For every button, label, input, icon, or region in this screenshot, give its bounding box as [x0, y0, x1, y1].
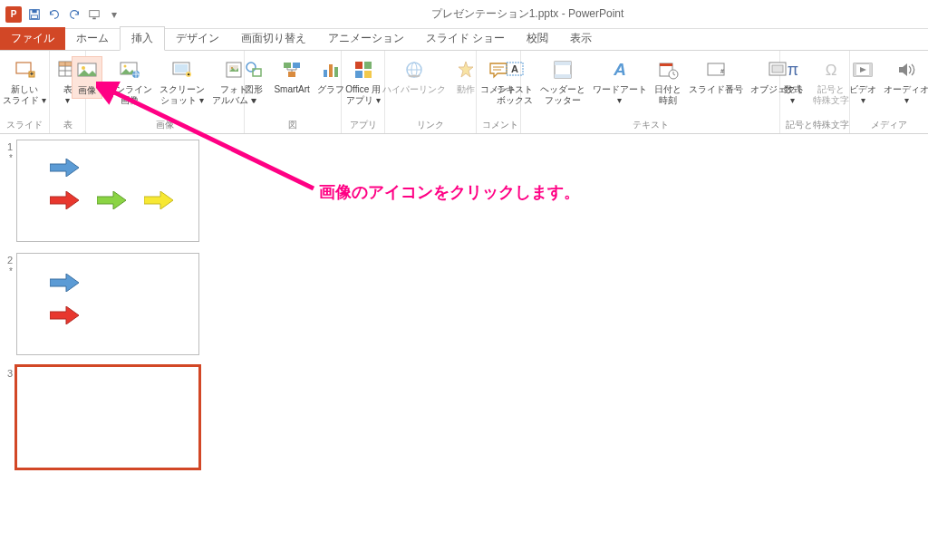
- slide-number-label: スライド番号: [689, 84, 743, 95]
- action-icon: [454, 58, 478, 82]
- slide-thumbnail-1[interactable]: [16, 140, 199, 242]
- action-label: 動作: [457, 84, 475, 95]
- group-images: 画像 オンライン 画像 ✦ スクリーン ショット ▾ フォト アルバム ▾: [86, 51, 245, 133]
- video-label: ビデオ ▾: [849, 84, 876, 105]
- slide-thumbnail-2[interactable]: [16, 253, 199, 355]
- tab-insert[interactable]: 挿入: [120, 26, 165, 51]
- smartart-label: SmartArt: [274, 84, 309, 95]
- textbox-label: テキスト ボックス: [497, 84, 533, 105]
- screenshot-button[interactable]: ✦ スクリーン ショット ▾: [157, 56, 208, 107]
- blue-arrow-icon: [50, 274, 79, 292]
- tab-view[interactable]: 表示: [559, 27, 603, 50]
- svg-rect-60: [869, 63, 872, 76]
- ribbon: ✦ 新しい スライド ▾ スライド 表 ▾ 表 画像: [0, 51, 928, 134]
- group-media: ビデオ ▾ オーディオ ▾ メディア: [850, 51, 928, 133]
- yellow-arrow-icon: [144, 191, 173, 209]
- datetime-icon: [656, 58, 680, 82]
- tab-transitions[interactable]: 画面切り替え: [230, 27, 317, 50]
- svg-rect-32: [329, 64, 333, 77]
- qat-dropdown-icon[interactable]: ▾: [107, 7, 121, 22]
- equation-label: 数式 ▾: [784, 84, 802, 105]
- header-footer-label: ヘッダーと フッター: [540, 84, 585, 105]
- group-text-label: テキスト: [527, 119, 773, 133]
- action-button[interactable]: 動作: [450, 56, 481, 97]
- hyperlink-button[interactable]: ハイパーリンク: [380, 56, 449, 97]
- svg-rect-29: [293, 63, 300, 68]
- tab-slideshow[interactable]: スライド ショー: [415, 27, 516, 50]
- slide-number-button[interactable]: # スライド番号: [686, 56, 746, 97]
- smartart-button[interactable]: SmartArt: [271, 56, 312, 97]
- chart-icon: [319, 58, 343, 82]
- thumbnail-row: 1*: [4, 140, 216, 242]
- table-label: 表 ▾: [63, 84, 72, 105]
- tab-review[interactable]: 校閲: [516, 27, 559, 50]
- shapes-label: 図形 ▾: [245, 84, 263, 105]
- slide-thumbnails-panel[interactable]: 1* 2* 3: [0, 134, 225, 560]
- tab-home[interactable]: ホーム: [65, 27, 120, 50]
- header-footer-button[interactable]: ヘッダーと フッター: [537, 56, 588, 107]
- new-slide-icon: ✦: [13, 58, 36, 82]
- slide-number-icon: #: [704, 58, 728, 82]
- svg-point-17: [124, 65, 127, 68]
- thumbnail-number: 3: [4, 366, 16, 468]
- window-title: プレゼンテーション1.pptx - PowerPoint: [127, 6, 928, 22]
- group-images-label: 画像: [92, 119, 238, 133]
- wordart-button[interactable]: A ワードアート ▾: [590, 56, 650, 107]
- group-apps-label: アプリ: [347, 119, 379, 133]
- equation-button[interactable]: π 数式 ▾: [778, 56, 808, 107]
- svg-rect-20: [175, 64, 188, 72]
- svg-text:π: π: [788, 61, 798, 79]
- hyperlink-label: ハイパーリンク: [382, 84, 446, 95]
- screenshot-label: スクリーン ショット ▾: [160, 84, 205, 105]
- picture-button[interactable]: 画像: [72, 56, 102, 99]
- slide-canvas[interactable]: [225, 134, 928, 560]
- redo-icon[interactable]: [67, 7, 82, 22]
- blue-arrow-icon: [50, 159, 79, 177]
- textbox-button[interactable]: A テキスト ボックス: [494, 56, 536, 107]
- undo-icon[interactable]: [47, 7, 62, 22]
- thumbnail-row: 2*: [4, 253, 216, 355]
- group-apps: Office 用 アプリ ▾ アプリ: [342, 51, 385, 133]
- svg-rect-35: [364, 62, 372, 69]
- audio-button[interactable]: オーディオ ▾: [881, 56, 928, 107]
- svg-text:✦: ✦: [29, 71, 34, 77]
- group-table-label: 表: [55, 119, 80, 133]
- start-from-beginning-icon[interactable]: [87, 7, 102, 22]
- thumbnail-number: 2*: [4, 253, 16, 355]
- new-slide-button[interactable]: ✦ 新しい スライド ▾: [0, 56, 49, 107]
- picture-label: 画像: [78, 85, 96, 96]
- online-picture-button[interactable]: オンライン 画像: [104, 56, 155, 107]
- group-illustrations: 図形 ▾ SmartArt グラフ 図: [245, 51, 342, 133]
- textbox-icon: A: [503, 58, 527, 82]
- svg-rect-1: [32, 9, 36, 13]
- video-icon: [851, 58, 875, 82]
- title-bar: P ▾ プレゼンテーション1.pptx - PowerPoint: [0, 0, 928, 29]
- powerpoint-logo-icon: P: [5, 6, 22, 23]
- tab-design[interactable]: デザイン: [165, 27, 230, 50]
- current-slide: [270, 134, 928, 560]
- header-footer-icon: [551, 58, 575, 82]
- svg-rect-31: [324, 70, 327, 77]
- svg-rect-36: [355, 71, 362, 78]
- slide-thumbnail-3[interactable]: [16, 366, 199, 468]
- datetime-button[interactable]: 日付と 時刻: [652, 56, 684, 107]
- group-links-label: リンク: [391, 119, 470, 133]
- quick-access-toolbar: P ▾: [0, 6, 127, 23]
- group-illust-label: 図: [250, 119, 335, 133]
- symbol-button[interactable]: Ω 記号と 特殊文字: [810, 56, 852, 107]
- audio-label: オーディオ ▾: [884, 84, 928, 105]
- picture-icon: [75, 59, 99, 82]
- thumbnail-number: 1*: [4, 140, 16, 242]
- green-arrow-icon: [97, 191, 126, 209]
- shapes-button[interactable]: 図形 ▾: [238, 56, 269, 107]
- tab-animations[interactable]: アニメーション: [317, 27, 415, 50]
- svg-rect-50: [660, 63, 672, 66]
- office-apps-button[interactable]: Office 用 アプリ ▾: [343, 56, 383, 107]
- svg-rect-2: [32, 14, 38, 18]
- save-icon[interactable]: [27, 7, 42, 22]
- tab-file[interactable]: ファイル: [0, 27, 65, 50]
- chart-label: グラフ: [317, 84, 344, 95]
- group-symbols: π 数式 ▾ Ω 記号と 特殊文字 記号と特殊文字: [780, 51, 850, 133]
- group-symbols-label: 記号と特殊文字: [786, 119, 844, 133]
- online-picture-label: オンライン 画像: [107, 84, 152, 105]
